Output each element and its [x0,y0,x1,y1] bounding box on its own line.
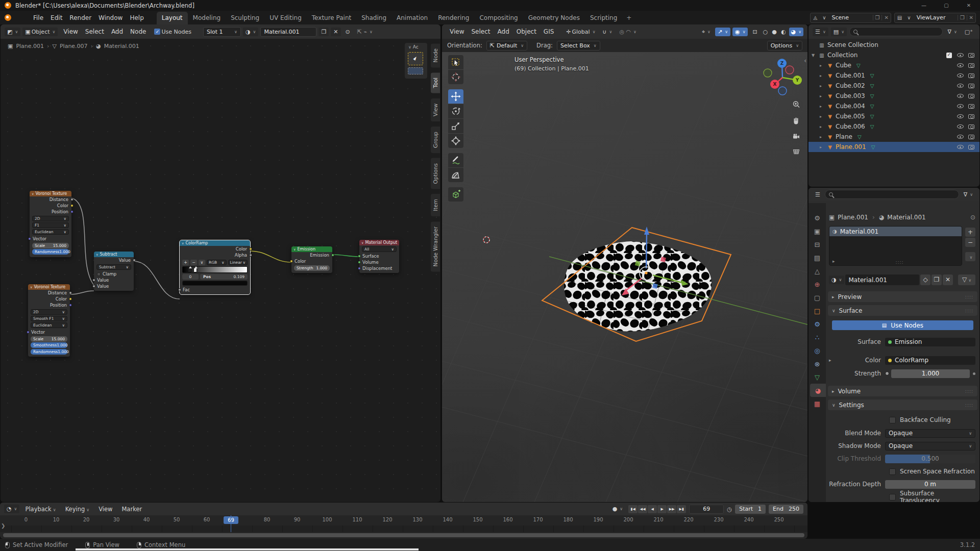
menu-item[interactable]: View [446,27,468,37]
surface-shader-field[interactable]: Emission [885,338,975,346]
hide-viewport-icon[interactable] [957,145,964,149]
use-nodes-button[interactable]: ▤ Use Nodes [832,320,973,330]
properties-tab[interactable]: ⊕ [808,278,826,291]
xray-toggle-icon[interactable]: ⊡ [750,28,760,36]
measure-tool[interactable] [448,168,463,182]
transport-button[interactable]: ▮◀ [628,505,638,513]
socket-distance[interactable] [70,198,74,201]
properties-tab[interactable]: ▢ [808,291,826,304]
orthographic-toggle-icon[interactable] [790,145,802,158]
disclosure-arrow[interactable]: ▸ [820,124,826,129]
sidebar-tab[interactable]: Node [431,43,440,68]
menu-item[interactable]: GIS [540,27,557,37]
delete-scene-icon[interactable]: ✕ [881,15,890,20]
properties-tab[interactable]: ▽ [808,370,826,384]
fake-user-icon[interactable]: ◇ [920,274,930,285]
rotate-tool[interactable] [448,104,463,118]
socket-position[interactable] [70,210,74,213]
panel-surface[interactable]: ∨Surface:::: [828,305,977,316]
auto-keying-icon[interactable]: ●∨ [610,505,625,513]
add-slot-button[interactable]: + [965,228,975,237]
add-stop-button[interactable]: + [182,260,189,265]
menu-item[interactable]: File [30,13,47,23]
hide-viewport-icon[interactable] [957,104,964,108]
shading-wireframe-icon[interactable]: ○ [762,28,769,36]
socket-position[interactable] [69,304,72,307]
shading-material-icon[interactable]: ◐ [780,28,787,36]
disclosure-arrow[interactable]: ▼ [812,53,818,58]
disable-render-icon[interactable] [968,124,974,129]
socket-value-2[interactable] [92,285,95,288]
properties-tab[interactable]: □ [808,304,826,317]
pan-icon[interactable] [790,115,802,127]
panel-collapse-arrow[interactable]: ❯ [1,523,5,529]
menu-item[interactable]: Select [468,27,494,37]
minimize-button[interactable]: — [913,0,935,11]
menu-item[interactable]: Object [513,27,540,37]
socket-volume[interactable] [358,261,361,264]
slot-specials-dropdown[interactable]: ∨ [965,252,975,261]
expand-arrow[interactable]: ▸ [829,358,836,363]
workspace-tab[interactable]: Texture Paint [307,12,356,24]
add-cube-tool[interactable] [448,187,463,202]
node-emission[interactable]: ∨Emission Emission Color Strength1.000 [291,246,332,273]
new-material-icon[interactable]: ❐ [318,28,329,36]
disclosure-arrow[interactable]: ▸ [820,63,826,68]
sidebar-tab[interactable]: Options [431,158,440,190]
properties-tab[interactable]: ◎ [808,344,826,357]
ramp-stop-1[interactable] [188,268,191,272]
workspace-tab[interactable]: Rendering [433,12,474,24]
properties-tab[interactable]: ▣ [808,224,826,238]
orientation-dropdown[interactable]: ⇱ Default∨ [486,41,527,51]
interpolation-dropdown[interactable]: Linear∨ [228,260,248,265]
add-workspace-button[interactable]: + [622,14,635,21]
transport-button[interactable]: ▶▮ [677,505,686,513]
snap-node-icons[interactable]: ⇱ ⌁∨ [355,28,375,36]
panel-collapse-arrow[interactable]: ‹ [804,57,806,64]
hide-viewport-icon[interactable] [957,135,964,139]
axis-z-neg-ball[interactable] [778,87,787,95]
voronoi-distance-dropdown[interactable]: Euclidean∨ [31,322,67,328]
workspace-tab[interactable]: Animation [391,12,433,24]
shading-rendered-icon[interactable]: ◕∨ [789,28,803,36]
object-row[interactable]: ▸ ▼ Plane.001 ▽ [808,142,979,152]
object-row[interactable]: ▸ ▼ Cube.006 ▽ [808,121,979,132]
remove-stop-button[interactable]: − [190,260,197,265]
randomness-field[interactable]: Randomness1.000 [32,249,69,255]
color-input-field[interactable]: ColorRamp [885,356,975,365]
colorramp-gradient[interactable] [182,266,248,273]
workspace-tab[interactable]: UV Editing [264,12,307,24]
show-overlays-icon[interactable]: ◉∨ [732,28,748,36]
subsurface-translucency-checkbox[interactable] [889,494,896,500]
menu-item[interactable]: Window [95,13,126,23]
zoom-icon[interactable] [790,98,802,111]
blend-mode-select[interactable]: Opaque∨ [885,429,975,438]
editor-type-dropdown[interactable]: ◩∨ [5,28,20,36]
socket-color[interactable] [69,297,72,300]
material-name-field[interactable]: Material.001 [845,274,919,285]
clamp-checkbox[interactable] [97,272,101,276]
annotate-tool[interactable] [448,153,463,167]
socket-emission-out[interactable] [331,254,334,257]
use-nodes-checkbox[interactable]: ✓ Use Nodes [152,28,194,36]
socket-distance[interactable] [69,291,72,294]
disable-render-icon[interactable] [968,135,974,139]
scale-field[interactable]: Scale15.000 [32,243,69,248]
properties-tab[interactable]: ⚙ [808,317,826,331]
marker-menu[interactable]: Marker [118,504,145,514]
socket-vector[interactable] [27,331,30,334]
disable-render-icon[interactable] [968,84,974,88]
end-frame-field[interactable]: End250 [769,505,803,514]
disable-render-icon[interactable] [968,53,974,58]
shading-solid-icon[interactable]: ● [771,28,778,36]
material-slot-list[interactable]: ◑ Material.001 ▸ :::: [829,226,962,266]
panel-preview[interactable]: ▸Preview:::: [828,291,977,302]
current-frame-field[interactable]: 69 [689,505,724,514]
copy-viewlayer-icon[interactable]: ❐ [958,15,967,20]
socket-alpha-out[interactable] [249,254,252,257]
sidebar-tab[interactable]: Tool [431,72,440,93]
scale-field[interactable]: Scale15.000 [31,336,67,342]
socket-surface[interactable] [358,255,361,258]
node-colorramp[interactable]: ∨ColorRamp Color Alpha + − ∨ RGB∨ Linear… [180,240,250,294]
math-operation-dropdown[interactable]: Subtract∨ [96,264,131,270]
